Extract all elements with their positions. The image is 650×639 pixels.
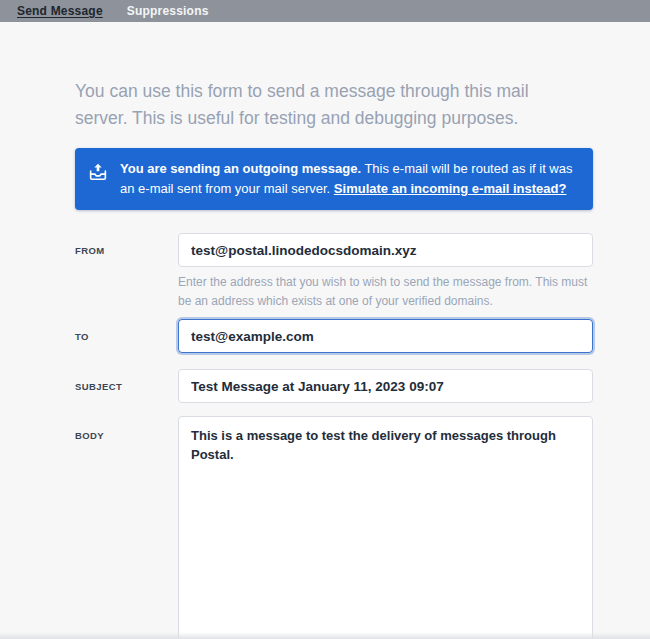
alert-bold-text: You are sending an outgoing message. — [120, 161, 361, 176]
tab-send-message[interactable]: Send Message — [17, 4, 103, 18]
tab-suppressions[interactable]: Suppressions — [127, 4, 209, 18]
body-textarea[interactable]: This is a message to test the delivery o… — [178, 416, 593, 639]
send-message-form: FROM Enter the address that you wish to … — [75, 233, 593, 639]
from-row: FROM Enter the address that you wish to … — [75, 233, 593, 311]
from-label: FROM — [75, 245, 105, 256]
simulate-incoming-link[interactable]: Simulate an incoming e-mail instead? — [334, 181, 567, 196]
from-input[interactable] — [178, 233, 593, 267]
body-row: BODY This is a message to test the deliv… — [75, 416, 593, 639]
subject-input[interactable] — [178, 369, 593, 403]
to-label: TO — [75, 331, 89, 342]
tab-bar: Send Message Suppressions — [0, 0, 650, 22]
intro-text: You can use this form to send a message … — [75, 78, 580, 132]
from-help-text: Enter the address that you wish to wish … — [178, 273, 590, 311]
main-content: You can use this form to send a message … — [0, 22, 650, 639]
body-label: BODY — [75, 430, 104, 441]
alert-text: You are sending an outgoing message. Thi… — [120, 159, 579, 199]
outgoing-message-alert: You are sending an outgoing message. Thi… — [75, 148, 593, 210]
subject-label: SUBJECT — [75, 381, 122, 392]
to-input[interactable] — [178, 319, 593, 353]
to-row: TO — [75, 319, 593, 353]
subject-row: SUBJECT — [75, 369, 593, 403]
outbox-icon — [88, 159, 108, 187]
